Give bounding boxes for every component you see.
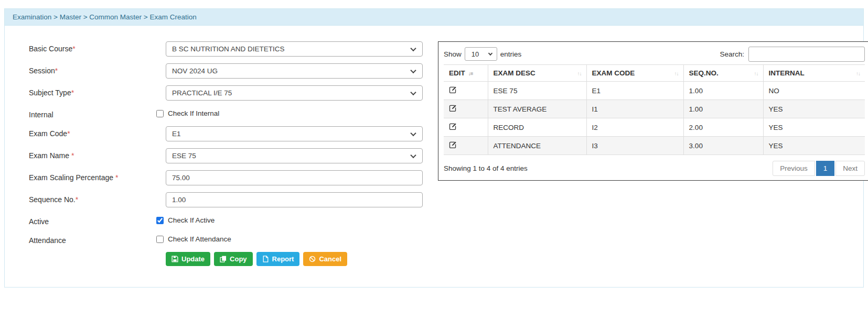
chevron-down-icon bbox=[410, 130, 416, 136]
edit-cell bbox=[444, 100, 488, 118]
update-button[interactable]: Update bbox=[166, 252, 210, 266]
form-row-exam-scaling: Exam Scaling Percentage * bbox=[29, 170, 423, 185]
form-row-attendance: Attendance Check If Attendance bbox=[29, 233, 423, 245]
active-label: Active bbox=[29, 214, 166, 226]
page-size-control: Show 10 entries bbox=[444, 47, 521, 61]
attendance-checkbox-label: Check If Attendance bbox=[168, 235, 231, 243]
pdf-icon bbox=[262, 256, 269, 262]
chevron-down-icon bbox=[488, 51, 492, 56]
seq-no-cell: 1.00 bbox=[683, 100, 763, 118]
exam-code-value: E1 bbox=[172, 130, 181, 138]
edit-row-button[interactable] bbox=[449, 104, 457, 112]
copy-icon bbox=[220, 256, 227, 262]
datatable-footer: Showing 1 to 4 of 4 entries Previous 1 N… bbox=[444, 161, 865, 176]
session-select[interactable]: NOV 2024 UG bbox=[166, 63, 423, 79]
pencil-square-icon bbox=[449, 106, 457, 114]
required-star: * bbox=[115, 173, 118, 182]
column-header-edit[interactable]: EDIT↓≡ bbox=[444, 65, 488, 82]
exam-code-cell: I2 bbox=[586, 118, 683, 137]
pencil-square-icon bbox=[449, 124, 457, 132]
exam-creation-panel: Examination > Master > Common Master > E… bbox=[4, 8, 864, 288]
search-label: Search: bbox=[720, 50, 744, 58]
internal-checkbox[interactable] bbox=[156, 110, 164, 117]
required-star: * bbox=[71, 89, 74, 97]
exam-name-select[interactable]: ESE 75 bbox=[166, 148, 423, 163]
page: Examination > Master > Common Master > E… bbox=[0, 0, 868, 320]
internal-checkbox-label: Check If Internal bbox=[168, 109, 219, 117]
exam-code-cell: E1 bbox=[586, 82, 683, 100]
session-value: NOV 2024 UG bbox=[172, 67, 218, 75]
subject-type-select[interactable]: PRACTICAL I/E 75 bbox=[166, 85, 423, 101]
active-checkbox-wrap[interactable]: Check If Active bbox=[156, 214, 215, 224]
active-checkbox[interactable] bbox=[156, 217, 164, 224]
page-size-value: 10 bbox=[471, 50, 479, 58]
ban-icon bbox=[309, 256, 316, 262]
chevron-down-icon bbox=[410, 45, 416, 51]
column-header-exam-code[interactable]: EXAM CODE↑↓ bbox=[586, 65, 683, 82]
sort-icon: ↓≡ bbox=[468, 71, 473, 76]
basic-course-label: Basic Course* bbox=[29, 41, 166, 53]
entries-label: entries bbox=[500, 50, 522, 58]
active-checkbox-label: Check If Active bbox=[168, 216, 215, 224]
form-row-subject-type: Subject Type* PRACTICAL I/E 75 bbox=[29, 85, 423, 101]
edit-cell bbox=[444, 118, 488, 137]
table-header-row: EDIT↓≡ EXAM DESC↑↓ EXAM CODE↑↓ SEQ.NO.↑↓… bbox=[444, 65, 865, 82]
exam-code-label: Exam Code* bbox=[29, 126, 166, 138]
cancel-button[interactable]: Cancel bbox=[303, 252, 347, 266]
form-row-session: Session* NOV 2024 UG bbox=[29, 63, 423, 79]
internal-cell: YES bbox=[763, 118, 865, 137]
internal-cell: YES bbox=[763, 137, 865, 155]
internal-checkbox-wrap[interactable]: Check If Internal bbox=[156, 107, 219, 117]
required-star: * bbox=[72, 45, 75, 53]
internal-label: Internal bbox=[29, 107, 166, 119]
exam-name-label: Exam Name * bbox=[29, 148, 166, 160]
pagination-previous[interactable]: Previous bbox=[773, 161, 815, 176]
page-size-select[interactable]: 10 bbox=[465, 47, 497, 61]
breadcrumb: Examination > Master > Common Master > E… bbox=[5, 9, 863, 26]
exam-desc-cell: RECORD bbox=[488, 118, 586, 137]
report-button[interactable]: Report bbox=[256, 252, 300, 266]
basic-course-select[interactable]: B SC NUTRITION AND DIETETICS bbox=[166, 41, 423, 57]
form-row-basic-course: Basic Course* B SC NUTRITION AND DIETETI… bbox=[29, 41, 423, 57]
pagination-page-1[interactable]: 1 bbox=[816, 161, 835, 176]
basic-course-value: B SC NUTRITION AND DIETETICS bbox=[172, 45, 285, 53]
sequence-no-input[interactable] bbox=[166, 192, 423, 207]
sequence-no-label: Sequence No.* bbox=[29, 192, 166, 204]
copy-button[interactable]: Copy bbox=[214, 252, 253, 266]
exam-code-select[interactable]: E1 bbox=[166, 126, 423, 141]
edit-cell bbox=[444, 82, 488, 100]
show-label: Show bbox=[444, 50, 462, 58]
pencil-square-icon bbox=[449, 142, 457, 150]
pagination-next[interactable]: Next bbox=[835, 161, 865, 176]
required-star: * bbox=[67, 129, 70, 138]
exam-scaling-input[interactable] bbox=[166, 170, 423, 185]
seq-no-cell: 1.00 bbox=[683, 82, 763, 100]
form-row-exam-name: Exam Name * ESE 75 bbox=[29, 148, 423, 163]
sort-icon: ↑↓ bbox=[674, 70, 679, 76]
table-row: ESE 75 E1 1.00 NO bbox=[444, 82, 865, 100]
sort-icon: ↑↓ bbox=[577, 70, 582, 76]
required-star: * bbox=[55, 67, 58, 75]
column-header-exam-desc[interactable]: EXAM DESC↑↓ bbox=[488, 65, 586, 82]
column-header-seq-no[interactable]: SEQ.NO.↑↓ bbox=[683, 65, 763, 82]
internal-cell: NO bbox=[763, 82, 865, 100]
search-input[interactable] bbox=[748, 47, 865, 62]
internal-cell: YES bbox=[763, 100, 865, 118]
edit-row-button[interactable] bbox=[449, 141, 457, 149]
subject-type-value: PRACTICAL I/E 75 bbox=[172, 89, 232, 97]
column-header-internal[interactable]: INTERNAL↑↓ bbox=[763, 65, 865, 82]
attendance-checkbox[interactable] bbox=[156, 236, 164, 243]
edit-row-button[interactable] bbox=[449, 86, 457, 94]
form-row-active: Active Check If Active bbox=[29, 214, 423, 226]
attendance-checkbox-wrap[interactable]: Check If Attendance bbox=[156, 233, 231, 243]
edit-row-button[interactable] bbox=[449, 123, 457, 130]
exam-code-cell: I3 bbox=[586, 137, 683, 155]
exam-name-value: ESE 75 bbox=[172, 152, 196, 160]
save-icon bbox=[172, 256, 178, 262]
exam-code-cell: I1 bbox=[586, 100, 683, 118]
seq-no-cell: 3.00 bbox=[683, 137, 763, 155]
exam-desc-cell: ATTENDANCE bbox=[488, 137, 586, 155]
datatable-wrapper: Show 10 entries Search: bbox=[438, 41, 868, 181]
exam-form: Basic Course* B SC NUTRITION AND DIETETI… bbox=[29, 41, 423, 266]
chevron-down-icon bbox=[410, 67, 416, 73]
